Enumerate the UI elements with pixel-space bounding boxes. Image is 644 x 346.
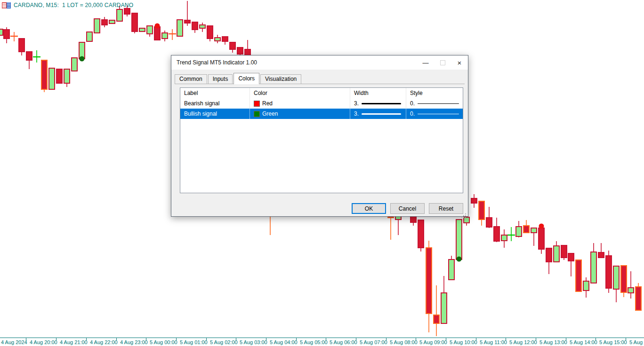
bear-candle [207,26,213,41]
close-button[interactable]: × [451,55,468,70]
axis-tick [626,338,626,340]
axis-tick [236,338,236,340]
tab-inputs[interactable]: Inputs [208,74,233,84]
bull-candle [139,28,145,31]
bear-candle [4,27,9,43]
time-label: 5 Aug 04:00 [270,339,298,345]
time-label: 4 Aug 20:00 [30,339,57,345]
time-label: 5 Aug 03:00 [240,339,267,345]
bear-candle [479,201,484,226]
cell-color[interactable]: Green [250,109,350,119]
bear-candle [230,42,235,53]
bear-candle [568,253,574,276]
signal-dot-red [539,224,544,229]
cell-width[interactable]: 3. [350,98,406,109]
dialog-titlebar[interactable]: Trend Signal MT5 Indicator 1.00 — × [171,55,468,70]
axis-tick [206,338,207,340]
minimize-button[interactable]: — [417,55,434,70]
bear-candle [132,13,137,33]
bear-candle [56,69,62,83]
time-label: 4 Aug 22:00 [90,339,118,345]
bull-candle [501,229,507,248]
tab-colors[interactable]: Colors [233,73,259,84]
bear-candle [192,22,198,33]
bear-candle [546,248,552,274]
bull-candle [147,26,153,37]
cancel-button[interactable]: Cancel [390,203,425,214]
style-line-preview [418,114,459,114]
signal-dot-green [80,56,85,62]
cell-width[interactable]: 3. [350,109,406,119]
cell-label[interactable]: Bearish signal [180,98,250,109]
dialog-title: Trend Signal MT5 Indicator 1.00 [171,59,417,66]
bull-candle [200,23,205,32]
bull-candle [215,35,220,43]
color-name: Red [262,100,273,107]
bear-candle [486,207,492,228]
axis-tick [266,338,266,340]
signal-dot-red [155,24,160,29]
reset-button[interactable]: Reset [429,203,463,214]
bear-candle [19,39,24,55]
time-label: 5 Aug 14:00 [570,339,597,345]
time-label: 4 Aug 21:00 [60,339,88,345]
cell-color[interactable]: Red [250,98,350,109]
bull-candle [456,220,462,260]
time-label: 5 Aug 16:00 [629,339,644,345]
color-swatch [254,101,260,107]
bull-candle [628,271,634,299]
ok-button[interactable]: OK [352,203,386,214]
bull-candle [109,20,115,24]
doji-candle [33,50,40,63]
axis-tick [506,338,506,340]
resize-grip[interactable] [465,213,466,214]
doji-candle [169,29,176,40]
time-axis[interactable]: 4 Aug 20244 Aug 20:004 Aug 21:004 Aug 22… [0,338,644,346]
time-label: 5 Aug 10:00 [450,339,477,345]
table-row[interactable]: Bearish signalRed3.0. [180,98,463,109]
bull-candle [0,29,3,35]
axis-tick [176,338,177,340]
axis-tick [146,338,146,340]
axis-tick [386,338,386,340]
bull-candle [49,68,55,89]
style-line-preview [418,103,459,104]
time-label: 5 Aug 11:00 [480,339,507,345]
maximize-button [434,55,451,70]
dialog-buttons: OKCancelReset [352,203,463,214]
bear-candle [561,245,567,260]
table-row[interactable]: Bullish signalGreen3.0. [180,109,463,119]
style-value: 0. [410,100,415,107]
cell-style[interactable]: 0. [406,109,463,119]
time-label: 4 Aug 2024 [1,339,27,345]
axis-tick [86,338,87,340]
indicator-properties-dialog: Trend Signal MT5 Indicator 1.00 — × Comm… [171,55,468,217]
cell-style[interactable]: 0. [406,98,463,109]
time-label: 5 Aug 08:00 [390,339,418,345]
axis-tick [566,338,566,340]
bear-candle [222,37,228,45]
axis-tick [326,338,326,340]
axis-tick [446,338,446,340]
bear-candle [494,218,499,242]
width-value: 3. [354,110,359,117]
time-label: 5 Aug 06:00 [330,339,357,345]
bear-candle [539,228,544,254]
cell-label[interactable]: Bullish signal [180,109,250,119]
axis-tick [296,338,297,340]
bull-candle [583,277,589,298]
table-header-row: LabelColorWidthStyle [180,88,463,98]
bear-candle [418,220,424,252]
bull-candle [87,32,92,41]
bull-candle [613,266,619,302]
bear-candle [636,283,641,310]
bull-candle [464,217,469,226]
bull-candle [94,19,100,33]
width-value: 3. [354,100,359,107]
time-label: 5 Aug 05:00 [300,339,328,345]
tab-common[interactable]: Common [175,74,207,84]
column-header-label: Label [180,88,250,98]
axis-tick [416,338,416,340]
bear-candle [426,241,432,332]
tab-visualization[interactable]: Visualization [260,74,301,84]
